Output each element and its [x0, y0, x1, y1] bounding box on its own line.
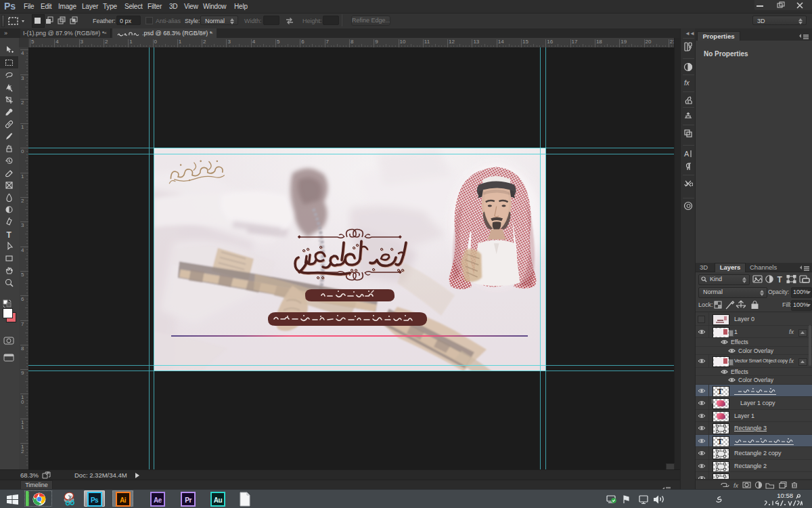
- svg-text:T: T: [7, 230, 12, 238]
- svg-text:A: A: [684, 150, 690, 158]
- svg-text:fx: fx: [734, 482, 739, 489]
- svg-text:fx: fx: [684, 79, 690, 87]
- svg-text:T: T: [777, 275, 783, 284]
